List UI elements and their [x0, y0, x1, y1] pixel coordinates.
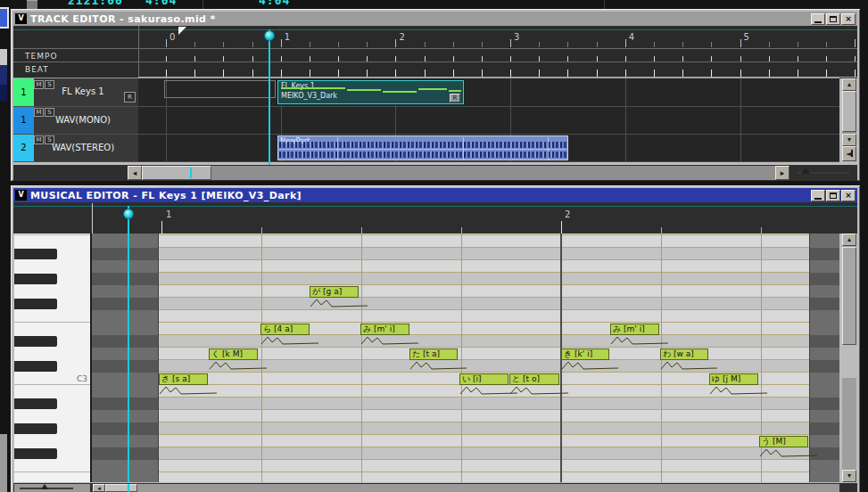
vocaloid-note[interactable]: い [i] — [459, 373, 508, 385]
wav-clip[interactable]: NewPart — [277, 135, 568, 160]
grid-row[interactable] — [159, 235, 810, 248]
minimize-button[interactable] — [811, 190, 825, 201]
marker-flag[interactable] — [178, 27, 186, 35]
maximize-button[interactable] — [826, 13, 840, 25]
track-editor-ruler[interactable]: 0123456 — [13, 26, 857, 78]
grid-row[interactable] — [159, 323, 810, 335]
scroll-up-button[interactable]: ▴ — [842, 234, 856, 246]
ruler-tick — [223, 42, 224, 47]
v-scrollbar-track-light[interactable] — [842, 345, 856, 378]
ruler-measure-label: 4 — [629, 33, 634, 42]
piano-key-black[interactable] — [14, 398, 57, 409]
scroll-right-button[interactable]: ▸ — [775, 166, 789, 180]
transport-divider — [604, 0, 605, 9]
track-editor-grid[interactable]: FL Keys 1MEIKO_V3_DarkRNewPart — [138, 78, 839, 161]
vocaloid-note[interactable]: う [M] — [759, 436, 808, 447]
grid-row[interactable] — [159, 248, 810, 260]
vocaloid-note[interactable]: み [m' i] — [610, 324, 659, 335]
tempo-lane-tick — [281, 56, 282, 62]
midi-clip[interactable]: FL Keys 1MEIKO_V3_DarkR — [277, 80, 464, 104]
h-scrollbar-thumb[interactable] — [142, 166, 211, 180]
auto-scroll-button[interactable]: ◄ — [842, 146, 856, 161]
scroll-down-button[interactable]: ▾ — [842, 470, 856, 482]
close-button[interactable]: × — [841, 190, 856, 201]
h-scrollbar-track[interactable] — [93, 484, 839, 492]
vocaloid-note[interactable]: さ [s a] — [159, 373, 208, 385]
zoom-slider-handle[interactable] — [41, 484, 48, 489]
tempo-lane-tick — [482, 56, 483, 62]
track-number-badge[interactable]: 2 — [13, 134, 34, 161]
piano-key-black[interactable] — [14, 448, 57, 459]
musical-editor-ruler[interactable]: 12 — [13, 202, 857, 234]
h-scrollbar-track[interactable] — [142, 166, 775, 180]
v-scrollbar-thumb[interactable] — [842, 91, 856, 132]
minimize-button[interactable] — [811, 13, 825, 25]
grid-row[interactable] — [159, 310, 810, 323]
close-button[interactable]: × — [841, 13, 856, 25]
scroll-up-button[interactable]: ▴ — [842, 78, 856, 91]
maximize-button[interactable] — [826, 190, 840, 201]
zoom-slider-handle[interactable] — [801, 168, 810, 174]
grid-row[interactable] — [159, 447, 810, 460]
grid-row[interactable] — [159, 273, 810, 285]
grid-row[interactable] — [159, 285, 810, 298]
piano-key-black[interactable] — [14, 299, 57, 309]
grid-row[interactable] — [159, 260, 810, 273]
playhead-line[interactable] — [128, 206, 129, 482]
piano-key-black[interactable] — [14, 336, 57, 347]
ruler-tick — [654, 42, 655, 47]
scroll-left-button[interactable]: ◂ — [93, 484, 105, 492]
track-name[interactable]: FL Keys 1 — [34, 86, 132, 96]
grid-row[interactable] — [159, 460, 810, 472]
piano-key-black[interactable] — [14, 249, 57, 259]
vocaloid-note[interactable]: き [k' i] — [561, 348, 609, 360]
measure-gridline — [625, 78, 626, 161]
track-name[interactable]: WAV(STEREO) — [34, 143, 132, 152]
vocaloid-note[interactable]: ら [4 a] — [260, 324, 310, 335]
app-icon[interactable]: V — [15, 13, 27, 24]
playhead-line[interactable] — [269, 29, 270, 165]
background-window-fragment — [0, 65, 7, 85]
piano-key-black[interactable] — [14, 274, 57, 284]
track-number-badge[interactable]: 1 — [13, 106, 34, 134]
app-icon[interactable]: V — [15, 190, 27, 201]
playhead-handle[interactable] — [264, 30, 275, 41]
grid-row[interactable] — [159, 335, 810, 348]
beat-gridline — [261, 234, 262, 482]
empty-part-outline[interactable] — [164, 80, 276, 98]
vocaloid-note[interactable]: が [g a] — [310, 286, 359, 298]
piano-keyboard[interactable]: C3 — [14, 234, 90, 482]
track-editor-titlebar[interactable]: V TRACK EDITOR - sakuraso.mid * — [13, 12, 857, 26]
beat-lane-tick — [740, 70, 741, 77]
track-name[interactable]: WAV(MONO) — [34, 115, 132, 125]
piano-key-black[interactable] — [14, 361, 57, 372]
vocaloid-note[interactable]: く [k M] — [209, 348, 258, 360]
divider — [13, 161, 839, 162]
vocaloid-note[interactable]: と [t o] — [509, 373, 559, 385]
clip-corner-icon[interactable]: R — [450, 94, 460, 102]
tempo-lane-tick — [798, 56, 798, 62]
grid-row[interactable] — [159, 398, 810, 410]
piano-roll-grid[interactable]: さ [s a]く [k M]ら [4 a]が [g a]み [m' i]た [t… — [92, 234, 839, 482]
musical-editor-titlebar[interactable]: V MUSICAL EDITOR - FL Keys 1 [MEIKO_V3_D… — [13, 188, 857, 202]
scroll-left-button[interactable]: ◂ — [128, 166, 142, 180]
v-scrollbar-thumb[interactable] — [842, 247, 856, 345]
divider — [13, 106, 839, 107]
track-number-badge[interactable]: 1 — [13, 78, 34, 106]
vocaloid-note[interactable]: み [m' i] — [360, 324, 409, 335]
grid-row[interactable] — [159, 472, 810, 482]
grid-row[interactable] — [159, 410, 810, 422]
h-scrollbar-thumb[interactable] — [105, 484, 137, 492]
record-ready-button[interactable]: R — [124, 92, 136, 102]
grid-row[interactable] — [159, 435, 810, 447]
vocaloid-note[interactable]: ゆ [j M] — [709, 373, 758, 385]
grid-row[interactable] — [159, 298, 810, 310]
playhead-handle[interactable] — [123, 209, 134, 219]
vocaloid-note[interactable]: た [t a] — [409, 348, 458, 360]
scroll-down-button[interactable]: ▾ — [842, 134, 856, 146]
beat-lane-tick — [252, 70, 253, 77]
vocaloid-note[interactable]: わ [w a] — [660, 348, 708, 360]
piano-key-black[interactable] — [14, 423, 57, 434]
ruler-tick — [482, 42, 483, 47]
grid-row[interactable] — [159, 422, 810, 435]
